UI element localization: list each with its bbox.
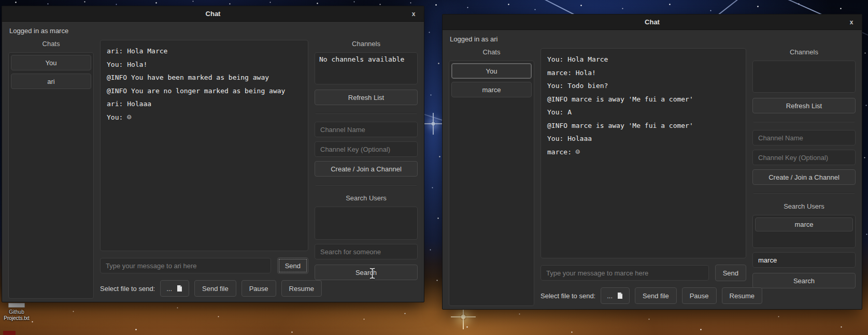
channels-header: Channels — [752, 48, 856, 56]
refresh-list-button[interactable]: Refresh List — [752, 98, 856, 113]
create-join-channel-button[interactable]: Create / Join a Channel — [752, 169, 856, 185]
pause-button[interactable]: Pause — [682, 287, 717, 304]
conversation-column: You: Hola Marcemarce: Hola!You: Todo bie… — [540, 48, 746, 306]
search-button[interactable]: Search — [315, 265, 418, 280]
search-users-header: Search Users — [752, 202, 856, 211]
channel-name-input[interactable] — [752, 130, 856, 145]
channels-panel: Channels No channels available Refresh L… — [315, 40, 418, 299]
select-file-label: Select file to send: — [100, 285, 155, 293]
window-title: Chat — [206, 10, 221, 18]
window-body: Logged in as marce Chats Youari ari: Hol… — [2, 22, 424, 302]
send-file-button[interactable]: Send file — [194, 280, 236, 297]
logged-in-label: Logged in as marce — [9, 27, 418, 35]
search-button[interactable]: Search — [752, 273, 856, 288]
chat-list-item[interactable]: ari — [11, 74, 91, 89]
divider — [316, 184, 417, 185]
chat-list-item[interactable]: You — [451, 63, 532, 79]
chat-message: marce: Hola! — [547, 66, 739, 80]
channels-list[interactable] — [752, 61, 856, 93]
chat-message: @INFO marce is away 'Me fui a comer' — [547, 119, 739, 133]
resume-button[interactable]: Resume — [281, 280, 322, 297]
message-log[interactable]: ari: Hola MarceYou: Hola!@INFO You have … — [100, 40, 308, 251]
conversation-column: ari: Hola MarceYou: Hola!@INFO You have … — [100, 40, 308, 299]
close-icon[interactable]: x — [410, 10, 417, 18]
chat-message: You: Hola! — [107, 58, 302, 71]
user-results-list[interactable] — [315, 207, 418, 240]
divider — [753, 121, 855, 122]
search-user-input[interactable] — [752, 252, 856, 268]
search-users-header: Search Users — [315, 194, 418, 202]
chats-header: Chats — [8, 40, 94, 48]
channels-panel: Channels Refresh List Create / Join a Ch… — [752, 48, 856, 306]
starfield — [0, 0, 1, 1]
titlebar[interactable]: Chat x — [2, 6, 424, 22]
message-input[interactable] — [540, 265, 709, 281]
close-icon[interactable]: x — [848, 19, 855, 26]
desktop-icon-label-line1: Github — [3, 309, 30, 315]
chat-message: You: ☺ — [107, 111, 302, 124]
user-result-item[interactable]: marce — [755, 217, 853, 231]
browse-file-ellipsis: ... — [166, 285, 172, 293]
select-file-label: Select file to send: — [540, 292, 595, 300]
channel-key-input[interactable] — [315, 141, 418, 157]
search-user-input[interactable] — [315, 244, 418, 259]
file-icon — [176, 285, 183, 292]
chat-message: @INFO You have been marked as being away — [107, 71, 302, 84]
chat-list: Youari — [8, 52, 94, 299]
channel-name-input[interactable] — [315, 122, 418, 137]
send-button[interactable]: Send — [715, 265, 746, 281]
chat-message: You: Holaaa — [547, 132, 739, 145]
divider — [316, 113, 417, 114]
desktop-icon-partial[interactable] — [3, 331, 16, 335]
chat-window-marce: Chat x Logged in as marce Chats Youari a… — [2, 6, 424, 302]
chat-message: ari: Holaaa — [107, 97, 302, 111]
bright-star — [460, 314, 466, 320]
create-join-channel-button[interactable]: Create / Join a Channel — [315, 161, 418, 177]
message-log[interactable]: You: Hola Marcemarce: Hola!You: Todo bie… — [540, 48, 746, 258]
file-icon — [616, 292, 623, 299]
chat-message: You: Todo bien? — [547, 79, 739, 93]
text-cursor — [369, 268, 376, 281]
message-input[interactable] — [100, 258, 271, 273]
browse-file-button[interactable]: ... — [601, 287, 630, 304]
chat-window-ari: Chat x Logged in as ari Chats Youmarce Y… — [442, 14, 862, 310]
chat-message: marce: ☺ — [547, 145, 739, 159]
channel-key-input[interactable] — [752, 150, 856, 165]
chats-header: Chats — [449, 48, 534, 56]
desktop-icon-label-line2: Projects.txt — [3, 315, 30, 322]
chat-message: You: Hola Marce — [547, 53, 739, 66]
user-results-list[interactable]: marce — [752, 215, 856, 248]
resume-button[interactable]: Resume — [722, 287, 762, 304]
chat-message: @INFO marce is away 'Me fui a comer' — [547, 93, 739, 106]
desktop-icon-github-projects[interactable]: Github Projects.txt — [3, 303, 30, 322]
send-file-button[interactable]: Send file — [635, 287, 677, 304]
chats-sidebar: Chats Youmarce — [449, 48, 534, 306]
chat-list-item[interactable]: You — [11, 55, 91, 70]
pause-button[interactable]: Pause — [241, 280, 276, 297]
chat-message: You: A — [547, 106, 739, 119]
chat-list: Youmarce — [449, 61, 534, 306]
divider — [753, 193, 855, 194]
chat-message: ari: Hola Marce — [107, 45, 302, 58]
chat-message: @INFO You are no longer marked as being … — [107, 84, 302, 98]
window-body: Logged in as ari Chats Youmarce You: Hol… — [443, 30, 862, 309]
browse-file-ellipsis: ... — [607, 292, 613, 300]
channels-header: Channels — [315, 40, 418, 48]
refresh-list-button[interactable]: Refresh List — [315, 90, 418, 105]
window-title: Chat — [645, 18, 660, 26]
send-button[interactable]: Send — [277, 257, 308, 274]
chats-sidebar: Chats Youari — [8, 40, 94, 299]
titlebar[interactable]: Chat x — [443, 14, 862, 30]
channels-list[interactable]: No channels available — [315, 52, 418, 84]
logged-in-label: Logged in as ari — [450, 35, 856, 43]
chat-list-item[interactable]: marce — [451, 82, 532, 97]
browse-file-button[interactable]: ... — [160, 280, 189, 297]
bright-star — [431, 121, 436, 126]
file-thumbnail — [8, 303, 25, 308]
